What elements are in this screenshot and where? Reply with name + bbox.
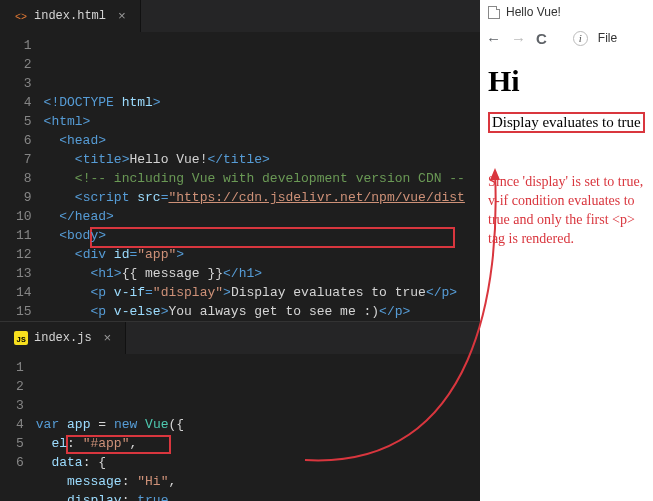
browser-tab[interactable]: Hello Vue! [480, 0, 653, 24]
close-icon[interactable]: × [118, 9, 126, 24]
tab-index-js[interactable]: JS index.js × [0, 322, 126, 354]
tab-label: index.html [34, 9, 106, 23]
url-label: File [598, 31, 617, 45]
editor-pane: <> index.html × 123456789101112131415161… [0, 0, 480, 501]
code-editor-js[interactable]: 123456 var app = new Vue({ el: "#app", d… [0, 354, 480, 501]
browser-pane: Hello Vue! ← → C i File Hi Display evalu… [480, 0, 653, 501]
svg-text:<>: <> [15, 12, 27, 23]
page-heading: Hi [488, 64, 645, 98]
back-button[interactable]: ← [486, 30, 501, 47]
tab-bar-html: <> index.html × [0, 0, 480, 32]
page-icon [488, 6, 500, 19]
close-icon[interactable]: × [104, 331, 112, 346]
code-lines: var app = new Vue({ el: "#app", data: { … [32, 358, 480, 501]
line-gutter: 123456 [0, 358, 32, 501]
rendered-paragraph: Display evaluates to true [488, 112, 645, 133]
editor-pane-js: JS index.js × 123456 var app = new Vue({… [0, 321, 480, 501]
tab-index-html[interactable]: <> index.html × [0, 0, 141, 32]
info-icon[interactable]: i [573, 31, 588, 46]
html-file-icon: <> [14, 9, 28, 23]
line-gutter: 1234567891011121314151617 [0, 36, 40, 321]
browser-tab-title: Hello Vue! [506, 5, 561, 19]
reload-button[interactable]: C [536, 30, 547, 47]
browser-toolbar: ← → C i File [480, 24, 653, 52]
browser-body: Hi Display evaluates to true Since 'disp… [480, 52, 653, 501]
svg-text:JS: JS [16, 335, 26, 344]
tab-bar-js: JS index.js × [0, 322, 480, 354]
explanation-text: Since 'display' is set to true, v-if con… [488, 173, 645, 249]
js-file-icon: JS [14, 331, 28, 345]
code-editor-html[interactable]: 1234567891011121314151617 <!DOCTYPE html… [0, 32, 480, 321]
tab-label: index.js [34, 331, 92, 345]
forward-button[interactable]: → [511, 30, 526, 47]
code-lines: <!DOCTYPE html><html> <head> <title>Hell… [40, 36, 480, 321]
